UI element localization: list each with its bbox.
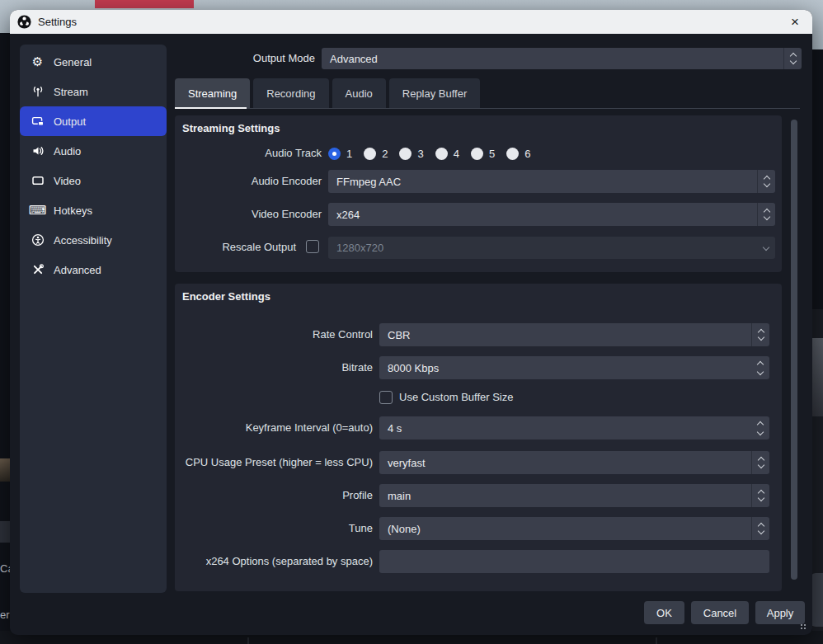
sidebar-item-accessibility[interactable]: Accessibility — [20, 225, 167, 255]
sidebar-item-label: Audio — [54, 145, 81, 157]
radio-icon[interactable] — [364, 148, 376, 160]
spinner-icon[interactable] — [751, 323, 769, 346]
cpu-preset-label: CPU Usage Preset (higher = less CPU) — [175, 451, 373, 474]
custom-buffer-checkbox[interactable] — [379, 391, 393, 404]
tab-streaming[interactable]: Streaming — [175, 78, 250, 108]
sidebar-item-audio[interactable]: Audio — [20, 136, 167, 166]
accessibility-icon — [31, 233, 45, 247]
spinner-icon[interactable] — [751, 356, 769, 379]
spinner-icon[interactable] — [751, 517, 769, 540]
rate-control-select[interactable]: CBR — [379, 323, 769, 346]
obs-logo-icon — [17, 15, 31, 29]
display-icon — [31, 174, 45, 188]
streaming-settings-panel: Streaming Settings Audio Track 1 2 3 4 5… — [175, 115, 782, 272]
tune-label: Tune — [175, 517, 373, 540]
sidebar-item-label: Advanced — [54, 264, 101, 276]
apply-button[interactable]: Apply — [755, 601, 805, 624]
audio-track-radio-5[interactable]: 5 — [471, 148, 495, 160]
x264-options-input[interactable] — [379, 550, 769, 573]
sidebar-item-advanced[interactable]: Advanced — [20, 255, 167, 284]
window-title: Settings — [38, 16, 77, 28]
tab-recording[interactable]: Recording — [253, 78, 328, 108]
audio-track-radio-6[interactable]: 6 — [506, 148, 530, 160]
spinner-icon[interactable] — [783, 48, 802, 69]
spinner-icon[interactable] — [757, 203, 775, 226]
radio-icon[interactable] — [399, 148, 412, 160]
custom-buffer-label[interactable]: Use Custom Buffer Size — [399, 390, 513, 405]
spinner-icon[interactable] — [751, 484, 769, 507]
background-text-fragment: er — [0, 609, 10, 621]
background-bar — [0, 521, 10, 543]
dock-divider — [247, 637, 249, 644]
title-bar[interactable]: Settings × — [10, 10, 812, 34]
ok-button[interactable]: OK — [644, 601, 684, 624]
sidebar-item-label: Accessibility — [54, 234, 112, 247]
spinner-icon[interactable] — [757, 170, 775, 193]
speaker-icon — [31, 144, 45, 158]
rescale-output-checkbox[interactable] — [306, 240, 319, 253]
rescale-output-label: Rescale Output — [175, 236, 296, 259]
tab-audio[interactable]: Audio — [332, 78, 386, 108]
audio-track-radio-4[interactable]: 4 — [435, 148, 459, 160]
sidebar-item-hotkeys[interactable]: ⌨ Hotkeys — [20, 195, 167, 225]
dock-divider — [656, 637, 657, 644]
audio-track-radio-1[interactable]: 1 — [328, 148, 352, 160]
radio-icon[interactable] — [435, 148, 448, 160]
sidebar-item-label: Stream — [54, 86, 88, 98]
audio-track-radios: 1 2 3 4 5 6 — [328, 144, 530, 162]
sidebar-item-stream[interactable]: Stream — [20, 77, 167, 106]
output-mode-select[interactable]: Advanced — [322, 48, 802, 69]
section-title: Encoder Settings — [182, 290, 270, 303]
radio-icon[interactable] — [471, 148, 483, 160]
tools-icon — [31, 263, 45, 277]
sidebar-item-general[interactable]: ⚙ General — [20, 47, 167, 77]
bitrate-spinner[interactable]: 8000 Kbps — [379, 356, 769, 379]
chevron-down-icon — [757, 237, 775, 259]
sidebar-item-output[interactable]: Output — [20, 106, 167, 136]
spinner-icon[interactable] — [751, 416, 769, 440]
radio-icon[interactable] — [506, 148, 519, 160]
video-encoder-select[interactable]: x264 — [328, 203, 775, 226]
tune-select[interactable]: (None) — [379, 517, 769, 540]
gear-icon: ⚙ — [31, 55, 45, 69]
sidebar-item-label: Output — [54, 115, 86, 128]
output-mode-value: Advanced — [322, 48, 783, 69]
background-panel-edge — [811, 573, 823, 627]
settings-sidebar: ⚙ General Stream Output — [20, 45, 167, 593]
audio-encoder-select[interactable]: FFmpeg AAC — [328, 170, 775, 193]
x264-options-label: x264 Options (separated by space) — [175, 550, 373, 573]
rate-control-label: Rate Control — [175, 323, 373, 346]
encoder-settings-panel: Encoder Settings Rate Control CBR Bitrat… — [175, 284, 782, 591]
cancel-button[interactable]: Cancel — [691, 601, 749, 624]
sidebar-item-video[interactable]: Video — [20, 166, 167, 195]
tabbar-divider — [175, 108, 800, 109]
profile-label: Profile — [175, 484, 373, 507]
sidebar-item-label: Video — [54, 175, 81, 187]
audio-track-label: Audio Track — [175, 142, 322, 165]
tab-replay-buffer[interactable]: Replay Buffer — [389, 78, 481, 108]
desktop-background-highlight — [812, 338, 823, 416]
active-tab-underline — [175, 107, 247, 109]
scrollbar-thumb[interactable] — [791, 120, 797, 580]
audio-encoder-label: Audio Encoder — [175, 170, 322, 193]
audio-track-radio-2[interactable]: 2 — [364, 148, 388, 160]
resize-grip[interactable] — [800, 623, 807, 631]
keyframe-interval-spinner[interactable]: 4 s — [379, 416, 769, 440]
bitrate-label: Bitrate — [175, 356, 373, 379]
profile-select[interactable]: main — [379, 484, 769, 507]
scrollbar-track[interactable] — [790, 118, 798, 591]
cpu-preset-select[interactable]: veryfast — [379, 451, 769, 474]
radio-checked-icon[interactable] — [328, 148, 341, 160]
keyframe-interval-label: Keyframe Interval (0=auto) — [175, 416, 373, 440]
close-icon[interactable]: × — [783, 10, 807, 34]
spinner-icon[interactable] — [751, 451, 769, 474]
settings-dialog: Settings × ⚙ General Stream O — [10, 10, 812, 635]
rescale-resolution-combo: 1280x720 — [328, 237, 775, 259]
output-mode-label: Output Mode — [175, 48, 315, 69]
output-tabbar: Streaming Recording Audio Replay Buffer — [175, 78, 480, 108]
audio-track-radio-3[interactable]: 3 — [399, 148, 423, 160]
output-icon — [31, 115, 45, 129]
sidebar-item-label: General — [54, 56, 92, 68]
video-encoder-label: Video Encoder — [175, 203, 322, 226]
desktop-background-red-bar — [95, 0, 194, 8]
